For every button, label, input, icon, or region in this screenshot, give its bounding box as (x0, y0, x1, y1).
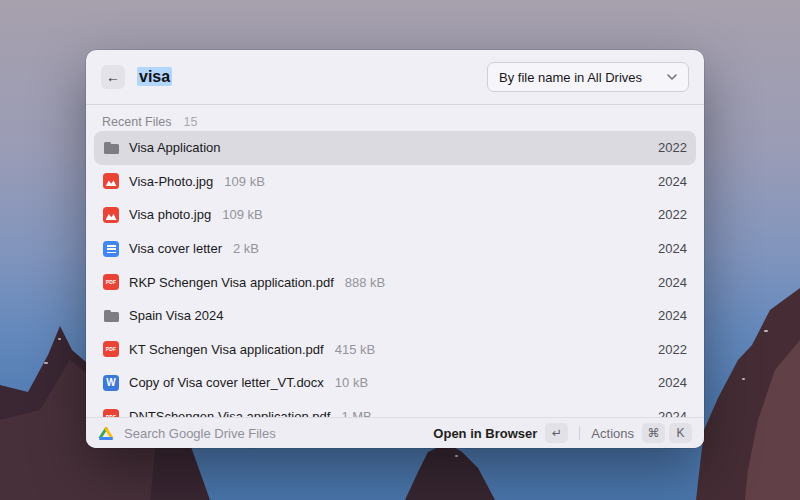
file-row[interactable]: Visa photo.jpg 109 kB 2022 (94, 198, 696, 232)
footer: Search Google Drive Files Open in Browse… (86, 417, 704, 448)
k-key-icon: K (669, 423, 692, 443)
file-list: Visa Application 2022 Visa-Photo.jpg 109… (86, 131, 704, 417)
file-year: 2024 (658, 308, 687, 323)
folder-icon (103, 308, 119, 324)
search-query-selected-text: visa (137, 67, 172, 86)
image-icon (103, 173, 119, 189)
file-year: 2024 (658, 174, 687, 189)
google-drive-icon (98, 426, 114, 440)
file-size: 109 kB (224, 174, 264, 189)
open-in-browser-button[interactable]: Open in Browser (433, 426, 537, 441)
file-year: 2024 (658, 241, 687, 256)
footer-source-label: Search Google Drive Files (124, 426, 276, 441)
drive-search-window: ← visa By file name in All Drives Recent… (86, 50, 704, 448)
file-year: 2022 (658, 207, 687, 222)
file-size: 10 kB (335, 375, 368, 390)
file-year: 2024 (658, 375, 687, 390)
search-bar: ← visa By file name in All Drives (86, 50, 704, 104)
section-count: 15 (183, 115, 197, 129)
chevron-down-icon (667, 74, 677, 80)
footer-divider (579, 426, 580, 440)
file-name: KT Schengen Visa application.pdf (129, 342, 324, 357)
pdf-icon: PDF (103, 409, 119, 417)
file-row[interactable]: Visa-Photo.jpg 109 kB 2024 (94, 165, 696, 199)
command-key-icon: ⌘ (642, 423, 665, 443)
file-year: 2022 (658, 140, 687, 155)
file-row[interactable]: PDF DNTSchengen Visa application.pdf 1 M… (94, 400, 696, 417)
gdoc-icon (103, 241, 119, 257)
file-row[interactable]: Visa Application 2022 (94, 131, 696, 165)
section-header: Recent Files 15 (102, 114, 688, 129)
searchbar-divider (86, 104, 704, 105)
file-size: 109 kB (222, 207, 262, 222)
scope-filter-label: By file name in All Drives (499, 70, 642, 85)
file-name: Spain Visa 2024 (129, 308, 223, 323)
file-size: 2 kB (233, 241, 259, 256)
back-arrow-icon: ← (106, 69, 120, 85)
file-name: Visa photo.jpg (129, 207, 211, 222)
file-row[interactable]: Spain Visa 2024 2024 (94, 299, 696, 333)
file-name: Visa Application (129, 140, 221, 155)
file-name: DNTSchengen Visa application.pdf (129, 409, 330, 417)
footer-actions: Open in Browser ↵ Actions ⌘ K (433, 423, 692, 443)
file-name: Copy of Visa cover letter_VT.docx (129, 375, 324, 390)
search-input[interactable]: visa (137, 68, 487, 86)
pdf-icon: PDF (103, 274, 119, 290)
return-key-icon: ↵ (545, 423, 568, 443)
file-name: RKP Schengen Visa application.pdf (129, 275, 334, 290)
word-icon: W (103, 375, 119, 391)
file-row[interactable]: PDF KT Schengen Visa application.pdf 415… (94, 333, 696, 367)
image-icon (103, 207, 119, 223)
file-size: 1 MB (341, 409, 371, 417)
file-name: Visa cover letter (129, 241, 222, 256)
scope-filter-dropdown[interactable]: By file name in All Drives (487, 62, 689, 92)
file-year: 2024 (658, 275, 687, 290)
file-row[interactable]: PDF RKP Schengen Visa application.pdf 88… (94, 265, 696, 299)
file-size: 888 kB (345, 275, 385, 290)
file-name: Visa-Photo.jpg (129, 174, 213, 189)
file-size: 415 kB (335, 342, 375, 357)
actions-button[interactable]: Actions (591, 426, 634, 441)
file-year: 2024 (658, 409, 687, 417)
pdf-icon: PDF (103, 341, 119, 357)
file-row[interactable]: W Copy of Visa cover letter_VT.docx 10 k… (94, 366, 696, 400)
back-button[interactable]: ← (101, 65, 125, 89)
file-row[interactable]: Visa cover letter 2 kB 2024 (94, 232, 696, 266)
section-title: Recent Files (102, 115, 171, 129)
file-year: 2022 (658, 342, 687, 357)
folder-icon (103, 140, 119, 156)
